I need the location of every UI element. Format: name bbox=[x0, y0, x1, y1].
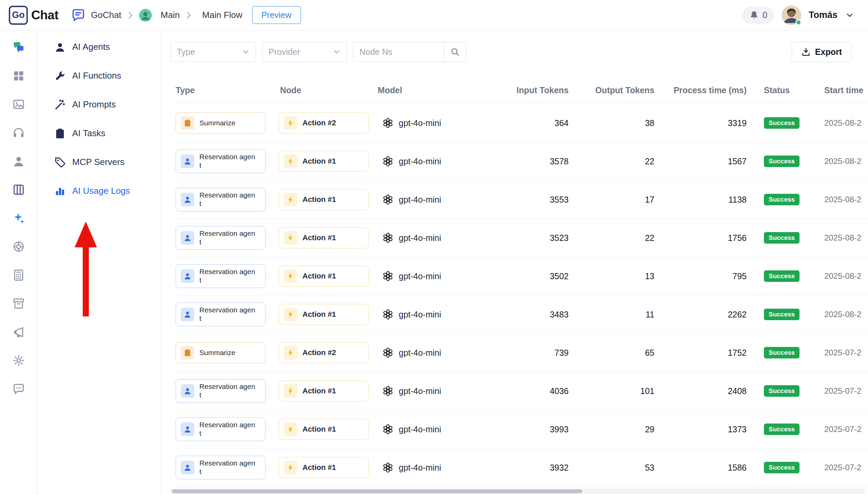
workspace-avatar bbox=[139, 9, 152, 22]
model-name: gpt-4o-mini bbox=[399, 463, 441, 473]
help-icon bbox=[12, 240, 25, 253]
output-tokens-value: 29 bbox=[571, 425, 656, 434]
status-badge: Success bbox=[764, 117, 800, 129]
type-badge[interactable]: Reservation agent bbox=[176, 417, 266, 441]
campaigns-icon[interactable] bbox=[0, 318, 37, 346]
node-badge[interactable]: Action #2 bbox=[279, 113, 369, 134]
openai-icon bbox=[382, 118, 393, 129]
status-badge: Success bbox=[764, 155, 800, 167]
type-badge[interactable]: Reservation agent bbox=[176, 226, 266, 250]
help-icon[interactable] bbox=[0, 233, 37, 261]
sidebar-item-ai-tasks[interactable]: AI Tasks bbox=[37, 119, 161, 148]
table-row[interactable]: Reservation agent Action #1 gpt-4o-mini … bbox=[170, 372, 868, 410]
col-start-time: Start time bbox=[821, 85, 868, 95]
sidebar-item-ai-usage-logs[interactable]: AI Usage Logs bbox=[37, 176, 161, 205]
gochat-icon bbox=[12, 41, 25, 54]
output-tokens-value: 53 bbox=[571, 463, 656, 473]
breadcrumb-workspace[interactable]: Main bbox=[161, 10, 180, 20]
type-badge[interactable]: Reservation agent bbox=[176, 456, 266, 479]
feedback-icon[interactable] bbox=[0, 375, 37, 403]
openai-icon bbox=[382, 424, 393, 435]
support-icon[interactable] bbox=[0, 119, 37, 147]
ai-sparkles-icon[interactable] bbox=[0, 204, 37, 233]
agent-icon bbox=[181, 384, 194, 398]
sidebar-item-ai-prompts[interactable]: AI Prompts bbox=[37, 90, 161, 119]
node-badge[interactable]: Action #1 bbox=[279, 151, 369, 172]
node-badge[interactable]: Action #1 bbox=[279, 380, 369, 402]
settings-icon[interactable] bbox=[0, 346, 37, 375]
table-row[interactable]: Summarize Action #2 gpt-4o-mini 364 38 3… bbox=[170, 104, 868, 142]
type-badge[interactable]: Reservation agent bbox=[176, 149, 266, 173]
filter-bar: Type Provider Export bbox=[161, 31, 868, 62]
search-button[interactable] bbox=[444, 42, 466, 62]
breadcrumb-app[interactable]: GoChat bbox=[91, 10, 121, 20]
contacts-icon[interactable] bbox=[0, 147, 37, 175]
horizontal-scrollbar[interactable] bbox=[170, 489, 865, 494]
table-row[interactable]: Reservation agent Action #1 gpt-4o-mini … bbox=[170, 181, 868, 219]
node-search-input[interactable] bbox=[353, 42, 444, 62]
gochat-icon[interactable] bbox=[0, 33, 37, 62]
table-row[interactable]: Summarize Action #2 gpt-4o-mini 739 65 1… bbox=[170, 334, 868, 372]
table-row[interactable]: Reservation agent Action #1 gpt-4o-mini … bbox=[170, 142, 868, 181]
node-label: Action #1 bbox=[302, 234, 336, 242]
flows-icon bbox=[12, 98, 25, 111]
dashboard-icon[interactable] bbox=[0, 62, 37, 90]
col-output-tokens: Output Tokens bbox=[571, 85, 656, 95]
breadcrumb-page[interactable]: Main Flow bbox=[202, 10, 242, 20]
chevron-down-icon bbox=[332, 48, 341, 56]
table-row[interactable]: Reservation agent Action #1 gpt-4o-mini … bbox=[170, 257, 868, 295]
model-name: gpt-4o-mini bbox=[399, 233, 441, 243]
type-badge[interactable]: Summarize bbox=[176, 342, 266, 363]
table-row[interactable]: Reservation agent Action #1 gpt-4o-mini … bbox=[170, 219, 868, 257]
flows-icon[interactable] bbox=[0, 90, 37, 119]
type-label: Reservation agent bbox=[199, 382, 256, 399]
node-badge[interactable]: Action #1 bbox=[279, 227, 369, 248]
user-avatar[interactable] bbox=[782, 5, 801, 25]
agent-icon bbox=[181, 231, 194, 245]
provider-filter-select[interactable]: Provider bbox=[262, 42, 347, 62]
scrollbar-thumb[interactable] bbox=[172, 489, 582, 493]
type-label: Summarize bbox=[199, 348, 256, 357]
type-badge[interactable]: Reservation agent bbox=[176, 264, 266, 288]
type-badge[interactable]: Reservation agent bbox=[176, 379, 266, 403]
type-badge[interactable]: Reservation agent bbox=[176, 303, 266, 326]
status-badge: Success bbox=[764, 309, 800, 320]
settings-icon bbox=[12, 354, 25, 367]
ai-sparkles-icon bbox=[12, 212, 25, 225]
node-badge[interactable]: Action #1 bbox=[279, 304, 369, 325]
inbox-icon[interactable] bbox=[0, 289, 37, 318]
type-badge[interactable]: Reservation agent bbox=[176, 188, 266, 211]
node-badge[interactable]: Action #2 bbox=[279, 342, 369, 363]
table-row[interactable]: Reservation agent Action #1 gpt-4o-mini … bbox=[170, 410, 868, 448]
dashboard-icon bbox=[12, 69, 25, 82]
keypad-icon[interactable] bbox=[0, 261, 37, 289]
model-name: gpt-4o-mini bbox=[399, 118, 441, 128]
gochat-logo[interactable]: Go bbox=[9, 6, 28, 25]
sidebar-item-ai-agents[interactable]: AI Agents bbox=[37, 33, 161, 61]
input-tokens-value: 3483 bbox=[474, 310, 571, 320]
node-badge[interactable]: Action #1 bbox=[279, 266, 369, 287]
preview-button[interactable]: Preview bbox=[252, 6, 301, 24]
kanban-icon[interactable] bbox=[0, 175, 37, 204]
chevron-down-icon[interactable] bbox=[845, 11, 854, 20]
agent-icon bbox=[181, 269, 194, 283]
bolt-icon bbox=[284, 116, 297, 130]
bolt-icon bbox=[284, 154, 297, 168]
bolt-icon bbox=[284, 193, 297, 206]
node-badge[interactable]: Action #1 bbox=[279, 189, 369, 210]
node-badge[interactable]: Action #1 bbox=[279, 457, 369, 478]
type-filter-select[interactable]: Type bbox=[170, 42, 256, 62]
sidebar-item-ai-functions[interactable]: AI Functions bbox=[37, 61, 161, 90]
export-button[interactable]: Export bbox=[792, 42, 851, 62]
notifications-button[interactable]: 0 bbox=[742, 7, 774, 24]
main-content: Type Provider Export Type Node bbox=[161, 31, 868, 495]
logo-go-text: Go bbox=[12, 10, 25, 20]
sidebar-item-mcp-servers[interactable]: MCP Servers bbox=[37, 148, 161, 176]
type-badge[interactable]: Summarize bbox=[176, 113, 266, 134]
table-row[interactable]: Reservation agent Action #1 gpt-4o-mini … bbox=[170, 295, 868, 334]
openai-icon bbox=[382, 462, 393, 473]
agent-icon bbox=[181, 154, 194, 168]
node-badge[interactable]: Action #1 bbox=[279, 419, 369, 440]
table-row[interactable]: Reservation agent Action #1 gpt-4o-mini … bbox=[170, 448, 868, 487]
user-name[interactable]: Tomás bbox=[809, 10, 837, 20]
